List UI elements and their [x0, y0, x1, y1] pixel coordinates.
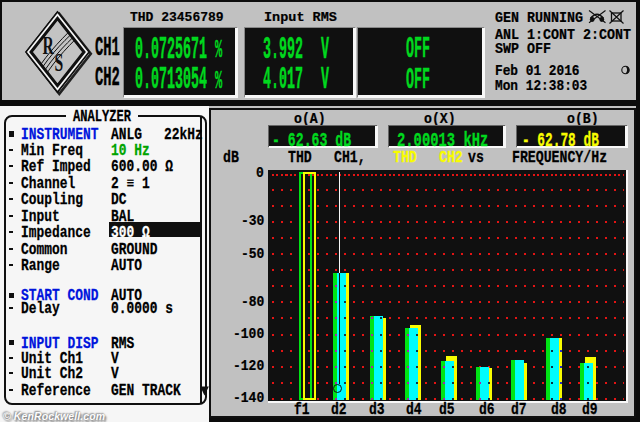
svg-text:S: S — [55, 47, 64, 76]
svg-text:R: R — [43, 31, 55, 60]
